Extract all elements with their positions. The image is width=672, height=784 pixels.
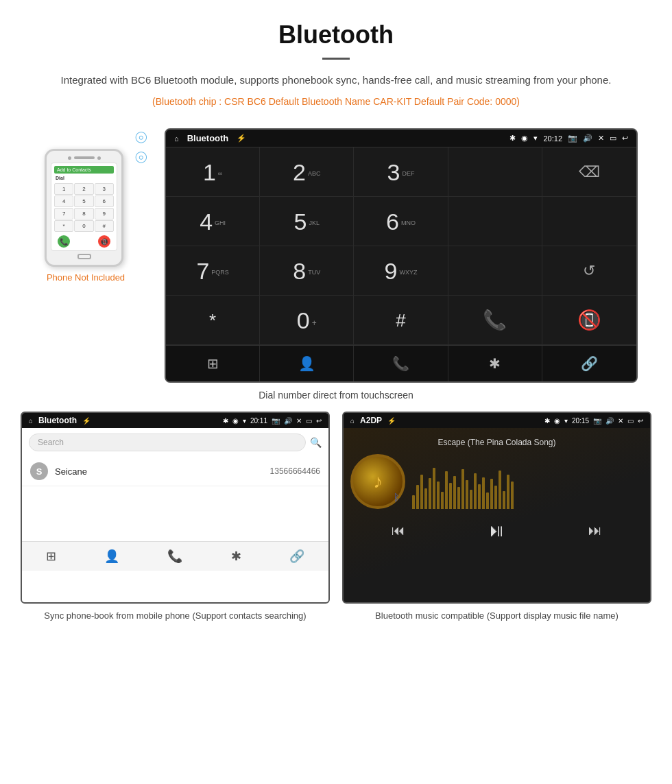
pb-tool-user-icon[interactable]: 👤 [104, 549, 119, 564]
phone-speaker [74, 156, 95, 159]
music-prev-button[interactable]: ⏮ [392, 523, 405, 538]
dial-time: 20:12 [543, 134, 562, 143]
music-bar [441, 492, 444, 509]
music-status-bar: ⌂ A2DP ⚡ ✱ ◉ ▾ 20:15 📷 🔊 ✕ ▭ ↩ [344, 413, 650, 428]
music-bar [412, 495, 415, 509]
dial-key-hash[interactable]: # [354, 296, 448, 345]
dial-cell-empty-2 [448, 197, 542, 246]
dial-key-3[interactable]: 3DEF [354, 147, 448, 197]
dial-rect-icon: ▭ [610, 134, 616, 143]
music-bar [503, 491, 505, 509]
dial-key-star[interactable]: * [166, 296, 260, 345]
music-home-icon: ⌂ [350, 417, 355, 425]
phone-illustration: ⦾⦾ Add to Contacts Dial 1 2 3 4 [21, 149, 151, 283]
music-signal-icon: ▾ [564, 417, 568, 425]
phone-key-0: 0 [74, 220, 93, 232]
music-camera-icon: 📷 [593, 417, 601, 425]
dial-tool-contacts[interactable]: 👤 [260, 346, 354, 381]
pb-tool-bt-icon[interactable]: ✱ [231, 549, 241, 564]
dial-refresh-button[interactable]: ↺ [542, 246, 636, 296]
music-song-title: Escape (The Pina Colada Song) [437, 438, 555, 447]
pb-camera-icon: 📷 [272, 417, 280, 425]
music-bar [474, 473, 477, 509]
dial-end-call-button[interactable]: 📵 [542, 296, 636, 345]
music-body: Escape (The Pina Colada Song) ♪ ᛒ ⏮ ⏯ ⏭ [344, 428, 650, 579]
bottom-row: ⌂ Bluetooth ⚡ ✱ ◉ ▾ 20:11 📷 🔊 ✕ ▭ ↩ [0, 412, 672, 623]
music-bar [457, 487, 460, 509]
music-bar [429, 478, 431, 509]
music-note-icon: ♪ [373, 471, 383, 492]
music-bar [416, 485, 419, 509]
pb-home-icon: ⌂ [29, 417, 33, 425]
dial-key-9[interactable]: 9WXYZ [354, 246, 448, 296]
phone-key-1: 1 [54, 183, 73, 195]
pb-x-icon: ✕ [296, 417, 302, 425]
pb-search-icon[interactable]: 🔍 [310, 437, 322, 448]
pb-empty-space [22, 486, 328, 541]
music-bar [453, 476, 456, 509]
dial-signal-icon: ▾ [533, 134, 538, 143]
dial-key-8[interactable]: 8TUV [260, 246, 354, 296]
dial-key-7[interactable]: 7PQRS [166, 246, 260, 296]
pb-signal-icon: ▾ [243, 417, 246, 425]
music-caption: Bluetooth music compatible (Support disp… [342, 609, 651, 623]
music-status-left: ⌂ A2DP ⚡ [350, 416, 396, 425]
pb-status-bar: ⌂ Bluetooth ⚡ ✱ ◉ ▾ 20:11 📷 🔊 ✕ ▭ ↩ [22, 413, 328, 428]
music-item: ⌂ A2DP ⚡ ✱ ◉ ▾ 20:15 📷 🔊 ✕ ▭ ↩ Escape ( [342, 412, 651, 623]
music-album-art: ♪ ᛒ [350, 454, 405, 509]
phone-screen-header: Add to Contacts [54, 166, 114, 174]
phone-not-included-label: Phone Not Included [47, 272, 125, 283]
dial-backspace-button[interactable]: ⌫ [542, 147, 636, 197]
pb-usb-icon: ⚡ [82, 417, 91, 425]
dial-key-6[interactable]: 6MNO [354, 197, 448, 246]
pb-search-input[interactable]: Search [29, 433, 306, 451]
pb-tool-phone-icon[interactable]: 📞 [167, 549, 182, 564]
music-bar [433, 468, 435, 509]
phone-dot [68, 156, 71, 160]
dial-key-1[interactable]: 1∞ [166, 147, 260, 197]
music-bar [420, 475, 423, 509]
music-play-button[interactable]: ⏯ [488, 520, 505, 541]
dial-tool-keypad[interactable]: ⊞ [166, 346, 260, 381]
phone-screen: Add to Contacts Dial 1 2 3 4 5 6 7 8 9 *… [51, 163, 117, 251]
pb-time: 20:11 [250, 417, 267, 425]
dial-status-left: ⌂ Bluetooth ⚡ [174, 133, 246, 143]
dial-status-bar: ⌂ Bluetooth ⚡ ✱ ◉ ▾ 20:12 📷 🔊 ✕ ▭ ↩ [166, 130, 636, 147]
phonebook-item: ⌂ Bluetooth ⚡ ✱ ◉ ▾ 20:11 📷 🔊 ✕ ▭ ↩ [21, 412, 330, 623]
dial-tool-phone[interactable]: 📞 [354, 346, 448, 381]
music-bar [437, 482, 440, 509]
music-bar [445, 471, 448, 509]
dial-tool-bluetooth[interactable]: ✱ [448, 346, 542, 381]
dial-key-0[interactable]: 0+ [260, 296, 354, 345]
dial-home-icon: ⌂ [174, 134, 179, 143]
dial-screen-col: ⌂ Bluetooth ⚡ ✱ ◉ ▾ 20:12 📷 🔊 ✕ ▭ ↩ [165, 128, 651, 383]
pb-tool-keypad-icon[interactable]: ⊞ [46, 549, 56, 564]
dial-call-green-button[interactable]: 📞 [448, 296, 542, 345]
dial-key-2[interactable]: 2ABC [260, 147, 354, 197]
main-section: ⦾⦾ Add to Contacts Dial 1 2 3 4 [0, 128, 672, 383]
header-divider [322, 58, 350, 60]
music-visualizer [412, 454, 643, 509]
phone-end-button: 📵 [98, 235, 110, 248]
phone-screen-title: Dial [54, 176, 114, 180]
phone-key-8: 8 [74, 208, 93, 219]
phone-key-7: 7 [54, 208, 73, 219]
dial-key-4[interactable]: 4GHI [166, 197, 260, 246]
phone-keypad: 1 2 3 4 5 6 7 8 9 * 0 # [54, 183, 114, 232]
pb-volume-icon: 🔊 [284, 417, 292, 425]
phonebook-screen: ⌂ Bluetooth ⚡ ✱ ◉ ▾ 20:11 📷 🔊 ✕ ▭ ↩ [21, 412, 330, 604]
dial-tool-link[interactable]: 🔗 [542, 346, 636, 381]
music-next-button[interactable]: ⏭ [588, 523, 602, 538]
phone-key-6: 6 [95, 195, 114, 207]
phone-key-5: 5 [74, 195, 93, 207]
pb-tool-link-icon[interactable]: 🔗 [289, 549, 304, 564]
dial-key-5[interactable]: 5JKL [260, 197, 354, 246]
phone-bottom-bar: 📞 📵 [54, 235, 114, 248]
music-bar [499, 471, 501, 509]
pb-back-icon: ↩ [316, 417, 322, 425]
pb-bt-icon: ✱ [223, 417, 228, 425]
music-bar [466, 480, 468, 509]
music-art-area: ♪ ᛒ [350, 454, 643, 509]
dial-title: Bluetooth [187, 133, 229, 143]
dial-keypad-grid: 1∞ 2ABC 3DEF ⌫ 4GHI 5JKL [166, 147, 636, 345]
